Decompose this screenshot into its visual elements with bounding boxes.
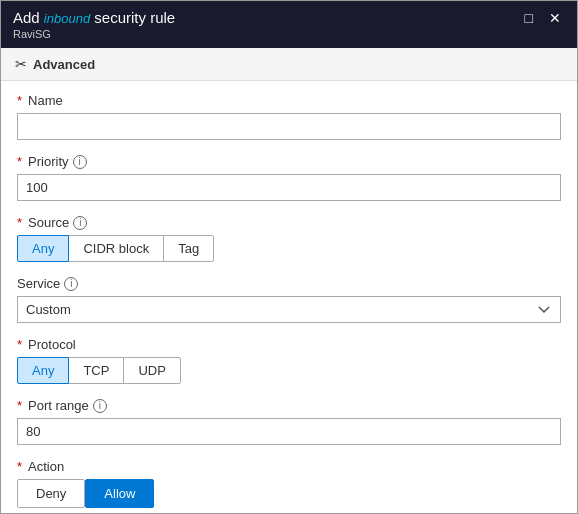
action-btn-group: Deny Allow — [17, 479, 561, 508]
source-required-star: * — [17, 215, 22, 230]
main-window: Add inbound security rule RaviSG □ ✕ ✂ A… — [0, 0, 578, 514]
scissors-icon: ✂ — [15, 56, 27, 72]
source-tag-button[interactable]: Tag — [163, 235, 214, 262]
source-any-button[interactable]: Any — [17, 235, 69, 262]
protocol-group: * Protocol Any TCP UDP — [17, 337, 561, 384]
priority-label: * Priority i — [17, 154, 561, 169]
title-bar-left: Add inbound security rule RaviSG — [13, 9, 175, 40]
close-button[interactable]: ✕ — [545, 9, 565, 27]
minimize-button[interactable]: □ — [521, 9, 537, 27]
title-highlight: inbound — [44, 11, 90, 26]
port-range-input[interactable] — [17, 418, 561, 445]
port-info-icon[interactable]: i — [93, 399, 107, 413]
source-label: * Source i — [17, 215, 561, 230]
name-label-text: Name — [28, 93, 63, 108]
priority-label-text: Priority — [28, 154, 68, 169]
title-bar-controls: □ ✕ — [521, 9, 565, 27]
protocol-required-star: * — [17, 337, 22, 352]
name-required-star: * — [17, 93, 22, 108]
window-subtitle: RaviSG — [13, 28, 175, 40]
port-required-star: * — [17, 398, 22, 413]
title-bar: Add inbound security rule RaviSG □ ✕ — [1, 1, 577, 48]
action-label-text: Action — [28, 459, 64, 474]
advanced-bar: ✂ Advanced — [1, 48, 577, 81]
port-range-label: * Port range i — [17, 398, 561, 413]
priority-info-icon[interactable]: i — [73, 155, 87, 169]
advanced-label: Advanced — [33, 57, 95, 72]
window-title: Add inbound security rule — [13, 9, 175, 26]
service-info-icon[interactable]: i — [64, 277, 78, 291]
priority-input[interactable] — [17, 174, 561, 201]
service-label-text: Service — [17, 276, 60, 291]
protocol-label: * Protocol — [17, 337, 561, 352]
protocol-udp-button[interactable]: UDP — [123, 357, 180, 384]
name-group: * Name — [17, 93, 561, 140]
protocol-tcp-button[interactable]: TCP — [68, 357, 124, 384]
source-btn-group: Any CIDR block Tag — [17, 235, 561, 262]
priority-group: * Priority i — [17, 154, 561, 201]
source-group: * Source i Any CIDR block Tag — [17, 215, 561, 262]
allow-button[interactable]: Allow — [85, 479, 154, 508]
protocol-label-text: Protocol — [28, 337, 76, 352]
source-cidr-button[interactable]: CIDR block — [68, 235, 164, 262]
name-label: * Name — [17, 93, 561, 108]
action-label: * Action — [17, 459, 561, 474]
priority-required-star: * — [17, 154, 22, 169]
service-label: Service i — [17, 276, 561, 291]
protocol-btn-group: Any TCP UDP — [17, 357, 561, 384]
action-required-star: * — [17, 459, 22, 474]
port-range-group: * Port range i — [17, 398, 561, 445]
deny-button[interactable]: Deny — [17, 479, 85, 508]
form-body: * Name * Priority i * Source i Any CIDR — [1, 81, 577, 513]
port-range-label-text: Port range — [28, 398, 89, 413]
service-group: Service i Custom — [17, 276, 561, 323]
source-info-icon[interactable]: i — [73, 216, 87, 230]
name-input[interactable] — [17, 113, 561, 140]
service-select[interactable]: Custom — [17, 296, 561, 323]
protocol-any-button[interactable]: Any — [17, 357, 69, 384]
action-group: * Action Deny Allow — [17, 459, 561, 508]
source-label-text: Source — [28, 215, 69, 230]
